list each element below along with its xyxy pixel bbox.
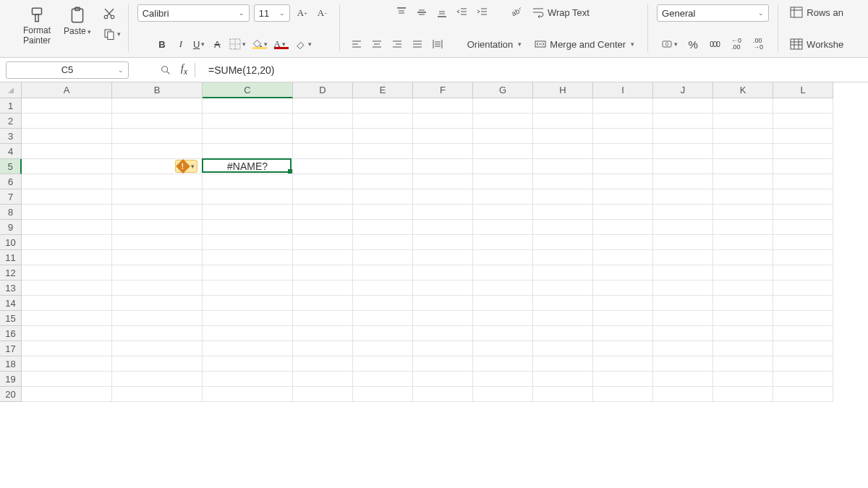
cell[interactable] bbox=[653, 205, 713, 220]
cell[interactable] bbox=[653, 174, 713, 189]
cell[interactable] bbox=[473, 189, 533, 205]
cell[interactable] bbox=[773, 174, 833, 189]
cell[interactable] bbox=[713, 174, 773, 189]
cell[interactable] bbox=[653, 356, 713, 372]
column-header[interactable]: H bbox=[533, 82, 593, 98]
cut-button[interactable] bbox=[101, 6, 117, 22]
increase-font-button[interactable]: A+ bbox=[294, 5, 310, 21]
cell[interactable] bbox=[22, 189, 112, 205]
cell[interactable] bbox=[773, 341, 833, 356]
cell[interactable] bbox=[203, 296, 293, 311]
cell[interactable] bbox=[533, 174, 593, 189]
cell[interactable] bbox=[203, 326, 293, 341]
column-header[interactable]: I bbox=[593, 82, 653, 98]
cell[interactable] bbox=[353, 98, 413, 114]
cell[interactable] bbox=[22, 265, 112, 281]
align-center-button[interactable] bbox=[369, 36, 385, 52]
error-smart-tag[interactable]: !▾ bbox=[175, 160, 197, 173]
worksheet-button[interactable]: Workshe bbox=[786, 36, 848, 52]
cell[interactable] bbox=[203, 250, 293, 265]
cell[interactable] bbox=[293, 265, 353, 281]
cell[interactable] bbox=[22, 205, 112, 220]
row-header[interactable]: 2 bbox=[0, 114, 22, 129]
cell[interactable] bbox=[593, 281, 653, 296]
cell[interactable] bbox=[22, 144, 112, 159]
cell[interactable] bbox=[353, 189, 413, 205]
cell[interactable] bbox=[353, 281, 413, 296]
row-header[interactable]: 8 bbox=[0, 205, 22, 220]
column-header[interactable]: J bbox=[653, 82, 713, 98]
cell[interactable] bbox=[593, 296, 653, 311]
cell[interactable] bbox=[773, 265, 833, 281]
cell[interactable] bbox=[773, 220, 833, 235]
cell[interactable] bbox=[413, 387, 473, 402]
cell[interactable] bbox=[473, 387, 533, 402]
column-header[interactable]: K bbox=[713, 82, 773, 98]
cell[interactable] bbox=[22, 341, 112, 356]
cell[interactable] bbox=[713, 114, 773, 129]
cell[interactable] bbox=[773, 250, 833, 265]
row-header[interactable]: 15 bbox=[0, 311, 22, 326]
cell[interactable] bbox=[713, 189, 773, 205]
cell[interactable] bbox=[593, 144, 653, 159]
cell[interactable] bbox=[593, 129, 653, 144]
comma-style-button[interactable]: 000 bbox=[707, 36, 723, 52]
cell[interactable] bbox=[473, 250, 533, 265]
cell[interactable] bbox=[203, 114, 293, 129]
cell[interactable] bbox=[653, 372, 713, 387]
cell[interactable] bbox=[293, 129, 353, 144]
font-color-button[interactable]: A ▾ bbox=[272, 38, 291, 50]
cell[interactable] bbox=[473, 144, 533, 159]
cell[interactable] bbox=[293, 98, 353, 114]
column-header[interactable]: A bbox=[22, 82, 112, 98]
cell[interactable] bbox=[112, 205, 203, 220]
cell[interactable] bbox=[353, 296, 413, 311]
cell[interactable] bbox=[22, 220, 112, 235]
rows-columns-button[interactable]: Rows an bbox=[786, 4, 848, 20]
cell[interactable] bbox=[653, 114, 713, 129]
cell[interactable] bbox=[773, 311, 833, 326]
align-right-button[interactable] bbox=[389, 36, 405, 52]
cell[interactable] bbox=[112, 220, 203, 235]
cell[interactable] bbox=[533, 250, 593, 265]
cell[interactable] bbox=[653, 281, 713, 296]
cell[interactable] bbox=[353, 356, 413, 372]
cell[interactable] bbox=[293, 189, 353, 205]
orientation-icon-button[interactable]: ab bbox=[508, 4, 524, 20]
cell[interactable] bbox=[22, 159, 112, 174]
cell[interactable] bbox=[203, 356, 293, 372]
cell[interactable] bbox=[653, 189, 713, 205]
cell[interactable] bbox=[473, 341, 533, 356]
cell[interactable] bbox=[22, 387, 112, 402]
cell[interactable] bbox=[353, 174, 413, 189]
cell[interactable] bbox=[593, 220, 653, 235]
cell[interactable] bbox=[203, 129, 293, 144]
cell[interactable] bbox=[473, 281, 533, 296]
cell[interactable] bbox=[653, 159, 713, 174]
cell[interactable] bbox=[413, 281, 473, 296]
cell[interactable] bbox=[413, 114, 473, 129]
row-header[interactable]: 16 bbox=[0, 326, 22, 341]
cell[interactable] bbox=[22, 174, 112, 189]
cell[interactable] bbox=[413, 205, 473, 220]
cell[interactable] bbox=[593, 174, 653, 189]
cell[interactable] bbox=[413, 144, 473, 159]
cell[interactable] bbox=[593, 356, 653, 372]
cell[interactable] bbox=[773, 281, 833, 296]
cell[interactable] bbox=[22, 235, 112, 250]
cell[interactable] bbox=[293, 341, 353, 356]
cell[interactable] bbox=[22, 114, 112, 129]
cell[interactable] bbox=[203, 98, 293, 114]
cell[interactable] bbox=[203, 205, 293, 220]
cell[interactable] bbox=[203, 281, 293, 296]
format-painter-button[interactable]: Format Painter bbox=[20, 4, 54, 48]
cell[interactable] bbox=[713, 387, 773, 402]
cell[interactable] bbox=[413, 159, 473, 174]
cell[interactable] bbox=[713, 296, 773, 311]
cell[interactable] bbox=[713, 281, 773, 296]
row-header[interactable]: 3 bbox=[0, 129, 22, 144]
column-header[interactable]: L bbox=[773, 82, 833, 98]
cell[interactable] bbox=[773, 98, 833, 114]
cell[interactable] bbox=[353, 265, 413, 281]
cell[interactable] bbox=[413, 311, 473, 326]
